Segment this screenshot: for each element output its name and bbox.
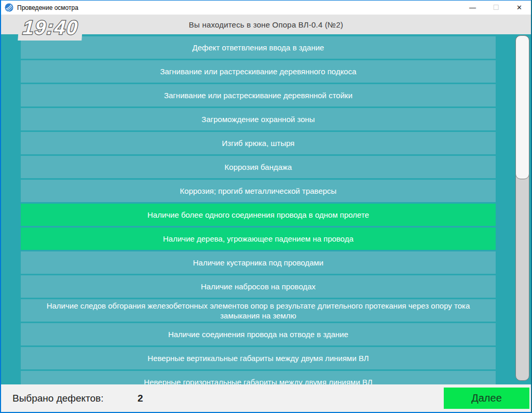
defect-item[interactable]: Наличие кустарника под проводами	[21, 251, 496, 274]
defect-item[interactable]: Коррозия бандажа	[21, 156, 496, 178]
defect-label: Коррозия; прогиб металлической траверсы	[180, 186, 337, 196]
zone-banner: Вы находитесь в зоне Опора ВЛ-0.4 (№2)	[189, 20, 343, 29]
maximize-button[interactable]: ☐	[484, 1, 508, 15]
defect-item[interactable]: Наличие соединения провода на отводе в з…	[21, 323, 496, 345]
defect-item[interactable]: Дефект ответвления ввода в здание	[21, 36, 496, 59]
defect-list: Дефект ответвления ввода в здание Загнив…	[21, 36, 496, 384]
defect-item[interactable]: Загнивание или растрескивание деревянной…	[21, 84, 496, 106]
defect-label: Неверные горизонтальные габариты между д…	[144, 377, 372, 384]
defect-label: Наличие дерева, угрожающее падением на п…	[163, 234, 353, 244]
defect-item[interactable]: Коррозия; прогиб металлической траверсы	[21, 180, 496, 202]
defect-label: Наличие кустарника под проводами	[193, 258, 323, 268]
footer-bar: Выбрано дефектов: 2 Далее	[1, 384, 531, 412]
defect-label: Загнивание или растрескивание деревянног…	[160, 66, 356, 76]
defect-label: Наличие следов обгорания железобетонных …	[26, 301, 490, 321]
defect-label: Наличие набросов на проводах	[201, 282, 316, 291]
defect-item[interactable]: Неверные вертикальные габариты между дву…	[21, 347, 496, 369]
next-button[interactable]: Далее	[444, 388, 529, 409]
defect-item[interactable]: Неверные горизонтальные габариты между д…	[21, 371, 496, 384]
app-window: Проведение осмотра — ☐ ✕ Вы находитесь в…	[0, 0, 532, 413]
defect-item[interactable]: Изгиб крюка, штыря	[21, 132, 496, 154]
defect-label: Дефект ответвления ввода в здание	[193, 43, 324, 52]
window-controls: — ☐ ✕	[461, 1, 531, 15]
defect-item[interactable]: Наличие более одного соединения провода …	[21, 204, 496, 226]
defect-label: Наличие более одного соединения провода …	[147, 210, 369, 220]
title-bar: Проведение осмотра — ☐ ✕	[1, 1, 531, 15]
minimize-button[interactable]: —	[461, 1, 484, 15]
defect-item[interactable]: Наличие набросов на проводах	[21, 275, 496, 298]
defect-label: Загромождение охранной зоны	[201, 114, 315, 124]
window-title: Проведение осмотра	[17, 4, 461, 11]
selected-defects-count: 2	[138, 393, 143, 404]
close-button[interactable]: ✕	[508, 1, 531, 15]
defect-item[interactable]: Наличие дерева, угрожающее падением на п…	[21, 228, 496, 250]
defect-label: Наличие соединения провода на отводе в з…	[168, 329, 348, 339]
selected-defects-label: Выбрано дефектов:	[12, 393, 104, 404]
defect-item[interactable]: Загнивание или растрескивание деревянног…	[21, 60, 496, 83]
app-icon	[5, 3, 13, 12]
defect-item[interactable]: Наличие следов обгорания железобетонных …	[21, 299, 496, 322]
clock-display: 19:40	[18, 15, 84, 41]
defect-item[interactable]: Загромождение охранной зоны	[21, 108, 496, 130]
content-area: Дефект ответвления ввода в здание Загнив…	[1, 34, 531, 384]
defect-label: Изгиб крюка, штыря	[222, 138, 295, 148]
scrollbar[interactable]	[515, 35, 529, 381]
scrollbar-thumb[interactable]	[515, 35, 529, 179]
defect-label: Неверные вертикальные габариты между дву…	[147, 353, 369, 363]
defect-label: Коррозия бандажа	[225, 162, 292, 172]
defect-label: Загнивание или растрескивание деревянной…	[164, 90, 352, 100]
